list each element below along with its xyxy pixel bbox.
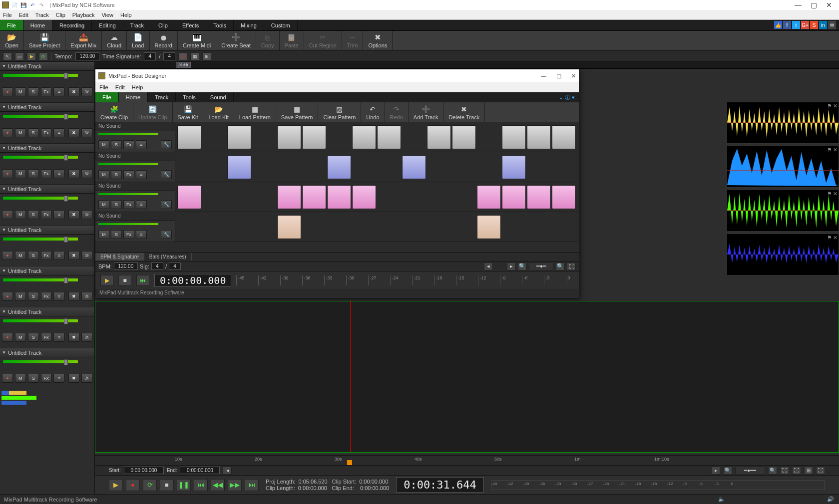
goto-end-button[interactable]: ⏭ [245,479,259,491]
track-settings-icon[interactable]: ⛭ [81,169,92,178]
menu-track[interactable]: Track [35,12,49,18]
beat-cell[interactable] [202,215,226,239]
slot-close-icon[interactable]: ✕ [833,147,838,153]
track-arm-button[interactable]: ● [2,292,13,301]
chevron-down-icon[interactable]: ▼ [2,64,6,68]
social-gplus-icon[interactable]: G+ [801,21,809,29]
track-eq-button[interactable]: ≡ [53,251,64,260]
time-ruler[interactable]: 10s20s30s40s50s1m1m:10s [95,455,839,465]
social-facebook-icon[interactable]: f [783,21,791,29]
ctrl-cursor-icon[interactable]: ↖ [3,52,12,60]
waveform-slot-1[interactable]: ⚑✕ [727,102,839,144]
track-header[interactable]: ▼Untitled Track [0,144,94,153]
track-solo-button[interactable]: S [28,169,39,178]
sel-scroll-right-icon[interactable]: ▸ [711,467,720,475]
bd-create-clip-button[interactable]: 🧩Create Clip [95,102,133,122]
beat-cell[interactable] [452,215,476,239]
metronome-icon[interactable]: ⏱ [178,52,187,60]
volume-max-icon[interactable]: 🔊 [826,496,835,503]
beat-row-wrench-icon[interactable]: 🔧 [161,140,172,149]
beat-row-mute-button[interactable]: M [98,170,109,179]
timeline-canvas[interactable] [95,301,839,453]
bd-minimize-button[interactable]: — [541,73,546,79]
timesig-den-input[interactable] [163,52,175,60]
track-settings-icon[interactable]: ⛭ [81,251,92,260]
forward-button[interactable]: ▶▶ [228,479,242,491]
goto-start-button[interactable]: ⏮ [194,479,208,491]
qat-save-icon[interactable]: 💾 [20,1,27,8]
track-solo-button[interactable]: S [28,333,39,342]
bd-maximize-button[interactable]: ▢ [556,73,561,79]
track-fx-button[interactable]: Fx [41,128,52,137]
waveform-slot-2[interactable]: ⚑✕ [727,146,839,188]
beat-row-fader[interactable] [98,223,158,225]
track-solo-button[interactable]: S [28,128,39,137]
track-arm-button[interactable]: ● [2,374,13,383]
beat-row-solo-button[interactable]: S [111,200,122,209]
beat-row-eq-button[interactable]: ≡ [136,140,147,149]
ctrl-pan-icon[interactable]: ▶ [27,52,36,60]
beat-cell[interactable] [277,185,301,209]
beat-cell[interactable] [502,215,526,239]
ribbon-tab-recording[interactable]: Recording [52,20,92,30]
menu-edit[interactable]: Edit [19,12,28,18]
bd-redo-button[interactable]: ↷Redo [385,102,409,122]
bd-add-track-button[interactable]: ➕Add Track [409,102,444,122]
bd-save-kit-button[interactable]: 💾Save Kit [173,102,204,122]
track-tools-icon[interactable]: ✖ [68,251,79,260]
beat-cell[interactable] [552,215,576,239]
bd-play-button[interactable]: ▶ [100,275,113,286]
beat-cell[interactable] [202,155,226,179]
beat-cell[interactable] [227,185,251,209]
beat-row-solo-button[interactable]: S [111,230,122,239]
track-fader[interactable] [3,197,78,200]
beat-row-fader[interactable] [98,133,158,135]
beat-cell[interactable] [352,125,376,149]
ribbon-tab-home[interactable]: Home [23,20,52,30]
bd-close-button[interactable]: ✕ [571,73,576,79]
slot-close-icon[interactable]: ✕ [833,191,838,197]
beat-cell[interactable] [452,155,476,179]
beat-row-fx-button[interactable]: Fx [123,200,134,209]
beat-cell[interactable] [527,155,551,179]
ribbon-export-mix-button[interactable]: 📤Export Mix [65,31,102,50]
bd-tab-bpm-sig[interactable]: BPM & Signature [95,253,144,260]
ribbon-options-button[interactable]: ✖Options [363,31,393,50]
beat-cell[interactable] [427,125,451,149]
beat-cell[interactable] [552,155,576,179]
sel-scroll-left-icon[interactable]: ◂ [223,467,232,475]
playhead-marker-icon[interactable] [347,460,352,465]
beat-row-eq-button[interactable]: ≡ [136,170,147,179]
beat-cell[interactable] [327,215,351,239]
track-fader[interactable] [3,74,78,77]
beat-cell[interactable] [252,125,276,149]
ribbon-trim-button[interactable]: ⇿Trim [342,31,364,50]
beat-cell[interactable] [377,185,401,209]
bd-zoomin-icon[interactable]: 🔍 [556,262,565,270]
slot-close-icon[interactable]: ✕ [833,103,838,109]
menu-clip[interactable]: Clip [56,12,65,18]
beat-cell[interactable] [527,185,551,209]
beat-cell[interactable] [502,185,526,209]
beat-row-wrench-icon[interactable]: 🔧 [161,200,172,209]
beat-cell[interactable] [402,155,426,179]
track-fx-button[interactable]: Fx [41,251,52,260]
bd-sig-den-input[interactable] [169,262,181,270]
beat-cell[interactable] [352,155,376,179]
ribbon-open-button[interactable]: 📂Open [0,31,24,50]
track-fx-button[interactable]: Fx [41,210,52,219]
track-eq-button[interactable]: ≡ [53,374,64,383]
stop-button[interactable]: ■ [160,479,174,491]
beat-cell[interactable] [227,125,251,149]
track-tools-icon[interactable]: ✖ [68,333,79,342]
beat-row-fader[interactable] [98,193,158,195]
ribbon-tab-clip[interactable]: Clip [151,20,175,30]
close-button[interactable]: ✕ [826,1,832,9]
track-fader[interactable] [3,115,78,118]
track-settings-icon[interactable]: ⛭ [81,128,92,137]
loop-button[interactable]: ⟳ [143,479,157,491]
bd-menu-edit[interactable]: Edit [115,84,125,90]
beat-cell[interactable] [227,155,251,179]
track-overview[interactable] [0,389,94,406]
track-fx-button[interactable]: Fx [41,333,52,342]
